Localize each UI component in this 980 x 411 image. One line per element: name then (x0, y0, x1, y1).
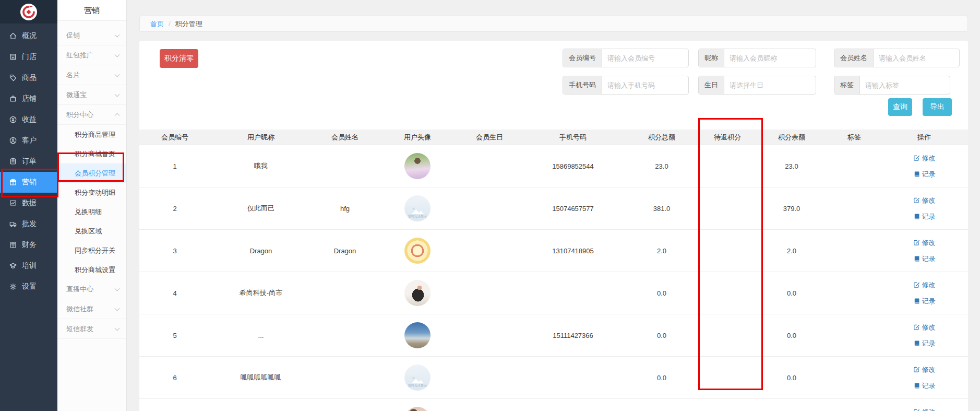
menu-item[interactable]: 短信群发 (57, 319, 126, 339)
member-name-input[interactable] (874, 49, 959, 67)
cell-nickname: Dragon (210, 230, 312, 272)
cell-operations: 修改 记录 (880, 145, 968, 187)
table-row: 2 仅此而已 hfg 暂时无法显示 15074657577 381.0 379.… (139, 187, 968, 230)
user-avatar: 暂时无法显示 (404, 195, 431, 221)
menu-item[interactable]: 直播中心 (57, 279, 126, 299)
record-link[interactable]: 记录 (913, 212, 936, 221)
rail-item[interactable]: 收益 (0, 109, 57, 130)
menu-item[interactable]: 积分商品管理 (57, 125, 126, 144)
phone-input[interactable] (602, 76, 688, 94)
member-id-input[interactable] (602, 49, 688, 67)
menu-item[interactable]: 红包推广 (57, 45, 126, 65)
edit-link-label: 修改 (922, 280, 936, 290)
user-avatar (404, 238, 431, 264)
menu-item[interactable]: 兑换明细 (57, 202, 126, 221)
cell-operations: 修改 记录 (880, 272, 968, 314)
rail-item-label: 商品 (22, 73, 37, 83)
record-link[interactable]: 记录 (913, 297, 936, 306)
rail-item[interactable]: 营销 (0, 172, 57, 193)
menu-item-label: 积分中心 (66, 111, 93, 119)
menu-item[interactable]: 积分商城设置 (57, 260, 126, 279)
menu-item-label: 会员积分管理 (75, 169, 115, 177)
breadcrumb-current: 积分管理 (175, 19, 202, 29)
cell-member-name (312, 314, 378, 357)
cell-birthday (457, 230, 522, 272)
edit-link[interactable]: 修改 (913, 238, 936, 248)
rail-item[interactable]: 批发 (0, 214, 57, 234)
cell-member-id: 3 (139, 230, 210, 272)
cell-phone: 15869852544 (522, 145, 624, 187)
cell-member-id: 7 (139, 399, 210, 411)
column-header: 积分总额 (624, 130, 700, 145)
user-avatar (404, 280, 431, 306)
edit-link[interactable]: 修改 (913, 407, 936, 411)
filter-nickname-label: 昵称 (699, 49, 724, 67)
clear-points-button[interactable]: 积分清零 (160, 49, 198, 68)
breadcrumb-home-link[interactable]: 首页 (150, 19, 164, 29)
edit-link[interactable]: 修改 (913, 365, 936, 374)
cell-member-name (312, 357, 378, 399)
menu-item[interactable]: 微通宝 (57, 85, 126, 105)
breadcrumb-separator: / (169, 20, 171, 28)
rail-item[interactable]: 商品 (0, 67, 57, 88)
menu-item[interactable]: 积分变动明细 (57, 183, 126, 202)
edit-link[interactable]: 修改 (913, 280, 936, 290)
menu-item[interactable]: 微信社群 (57, 299, 126, 319)
record-icon (913, 298, 920, 304)
record-link[interactable]: 记录 (913, 339, 936, 348)
menu-item[interactable]: 积分商城首页 (57, 144, 126, 163)
column-header: 用户昵称 (210, 130, 312, 145)
cell-member-name (312, 272, 378, 314)
cell-points-pending (700, 399, 755, 411)
menu-item[interactable]: 促销 (57, 26, 126, 45)
rail-item[interactable]: 客户 (0, 130, 57, 151)
rail-item[interactable]: 数据 (0, 193, 57, 214)
edit-link[interactable]: 修改 (913, 196, 936, 205)
record-link[interactable]: 记录 (913, 170, 936, 179)
chevron-icon (115, 91, 120, 97)
table-header-row: 会员编号用户昵称会员姓名用户头像会员生日手机号码积分总额待返积分积分余额标签操作 (139, 130, 968, 145)
cell-points-total: 23.0 (624, 145, 700, 187)
record-link[interactable]: 记录 (913, 381, 936, 391)
rail-item[interactable]: 订单 (0, 151, 57, 172)
cell-birthday (457, 357, 522, 399)
rail-item-label: 培训 (22, 261, 37, 271)
menu-item[interactable]: 会员积分管理 (57, 163, 126, 183)
column-header: 积分余额 (755, 130, 828, 145)
menu-item[interactable]: 兑换区域 (57, 221, 126, 241)
rail-item-label: 营销 (22, 178, 37, 187)
menu-item-label: 微通宝 (66, 91, 87, 99)
tags-input[interactable] (860, 76, 950, 94)
rail-item[interactable]: 门店 (0, 46, 57, 67)
rail-item[interactable]: 财务 (0, 234, 57, 255)
rail-item[interactable]: 概况 (0, 26, 57, 46)
birthday-input[interactable] (724, 76, 816, 94)
edit-link[interactable]: 修改 (913, 154, 936, 163)
cell-points-total: 2.0 (624, 230, 700, 272)
menu-item[interactable]: 同步积分开关 (57, 241, 126, 260)
cell-points-total: 381.0 (624, 187, 700, 230)
menu-item-label: 短信群发 (66, 325, 93, 333)
rail-item-icon (9, 178, 17, 186)
brand-logo-icon (20, 3, 38, 21)
rail-item[interactable]: 培训 (0, 255, 57, 276)
menu-item[interactable]: 名片 (57, 65, 126, 85)
edit-link-label: 修改 (922, 365, 936, 374)
edit-link[interactable]: 修改 (913, 323, 936, 332)
rail-item[interactable]: 店铺 (0, 88, 57, 109)
cell-operations: 修改 记录 (880, 399, 968, 411)
cell-points-total: 0.0 (624, 272, 700, 314)
export-button[interactable]: 导出 (923, 98, 952, 116)
cell-member-id: 2 (139, 187, 210, 230)
rail-item[interactable]: 设置 (0, 276, 57, 297)
rail-item-label: 概况 (22, 31, 37, 41)
cell-birthday (457, 314, 522, 357)
cell-tags (828, 314, 880, 357)
nickname-input[interactable] (724, 49, 816, 67)
cell-avatar (378, 272, 457, 314)
menu-item[interactable]: 积分中心 (57, 105, 126, 125)
record-link[interactable]: 记录 (913, 254, 936, 264)
cell-points-balance: 23.0 (755, 145, 828, 187)
query-button[interactable]: 查询 (888, 98, 912, 116)
cell-member-name (312, 145, 378, 187)
